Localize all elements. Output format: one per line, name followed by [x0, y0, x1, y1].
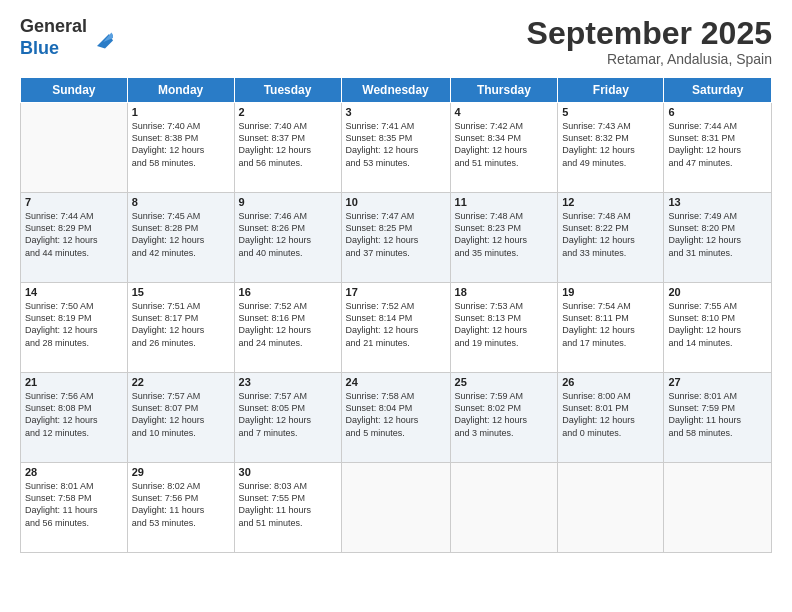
day-info: Sunrise: 7:45 AMSunset: 8:28 PMDaylight:… [132, 210, 230, 259]
day-number: 3 [346, 106, 446, 118]
day-info: Sunrise: 7:57 AMSunset: 8:05 PMDaylight:… [239, 390, 337, 439]
calendar-cell: 5Sunrise: 7:43 AMSunset: 8:32 PMDaylight… [558, 103, 664, 193]
day-info: Sunrise: 7:56 AMSunset: 8:08 PMDaylight:… [25, 390, 123, 439]
calendar-cell: 29Sunrise: 8:02 AMSunset: 7:56 PMDayligh… [127, 463, 234, 553]
calendar-cell: 12Sunrise: 7:48 AMSunset: 8:22 PMDayligh… [558, 193, 664, 283]
day-number: 28 [25, 466, 123, 478]
calendar-cell [558, 463, 664, 553]
calendar-cell [664, 463, 772, 553]
calendar-cell: 3Sunrise: 7:41 AMSunset: 8:35 PMDaylight… [341, 103, 450, 193]
weekday-header-thursday: Thursday [450, 78, 558, 103]
day-number: 20 [668, 286, 767, 298]
calendar-cell: 30Sunrise: 8:03 AMSunset: 7:55 PMDayligh… [234, 463, 341, 553]
weekday-header-monday: Monday [127, 78, 234, 103]
calendar-cell: 17Sunrise: 7:52 AMSunset: 8:14 PMDayligh… [341, 283, 450, 373]
day-info: Sunrise: 7:54 AMSunset: 8:11 PMDaylight:… [562, 300, 659, 349]
calendar-cell: 8Sunrise: 7:45 AMSunset: 8:28 PMDaylight… [127, 193, 234, 283]
day-number: 11 [455, 196, 554, 208]
day-info: Sunrise: 8:01 AMSunset: 7:58 PMDaylight:… [25, 480, 123, 529]
day-info: Sunrise: 7:42 AMSunset: 8:34 PMDaylight:… [455, 120, 554, 169]
calendar-cell: 21Sunrise: 7:56 AMSunset: 8:08 PMDayligh… [21, 373, 128, 463]
day-number: 19 [562, 286, 659, 298]
day-number: 8 [132, 196, 230, 208]
weekday-header-sunday: Sunday [21, 78, 128, 103]
calendar-cell: 1Sunrise: 7:40 AMSunset: 8:38 PMDaylight… [127, 103, 234, 193]
day-number: 29 [132, 466, 230, 478]
day-number: 22 [132, 376, 230, 388]
title-block: September 2025 Retamar, Andalusia, Spain [527, 16, 772, 67]
day-number: 16 [239, 286, 337, 298]
calendar-cell: 7Sunrise: 7:44 AMSunset: 8:29 PMDaylight… [21, 193, 128, 283]
page-header: General Blue September 2025 Retamar, And… [20, 16, 772, 67]
calendar-cell [341, 463, 450, 553]
calendar-cell: 23Sunrise: 7:57 AMSunset: 8:05 PMDayligh… [234, 373, 341, 463]
day-number: 25 [455, 376, 554, 388]
logo: General Blue [20, 16, 113, 59]
calendar-cell: 22Sunrise: 7:57 AMSunset: 8:07 PMDayligh… [127, 373, 234, 463]
day-info: Sunrise: 7:59 AMSunset: 8:02 PMDaylight:… [455, 390, 554, 439]
day-number: 5 [562, 106, 659, 118]
weekday-header-wednesday: Wednesday [341, 78, 450, 103]
day-number: 18 [455, 286, 554, 298]
calendar-cell [450, 463, 558, 553]
day-number: 17 [346, 286, 446, 298]
day-info: Sunrise: 7:47 AMSunset: 8:25 PMDaylight:… [346, 210, 446, 259]
calendar-cell: 20Sunrise: 7:55 AMSunset: 8:10 PMDayligh… [664, 283, 772, 373]
day-number: 4 [455, 106, 554, 118]
day-info: Sunrise: 7:44 AMSunset: 8:31 PMDaylight:… [668, 120, 767, 169]
weekday-header-tuesday: Tuesday [234, 78, 341, 103]
day-info: Sunrise: 7:46 AMSunset: 8:26 PMDaylight:… [239, 210, 337, 259]
day-number: 24 [346, 376, 446, 388]
day-info: Sunrise: 7:52 AMSunset: 8:16 PMDaylight:… [239, 300, 337, 349]
day-info: Sunrise: 7:48 AMSunset: 8:23 PMDaylight:… [455, 210, 554, 259]
day-number: 2 [239, 106, 337, 118]
day-number: 15 [132, 286, 230, 298]
day-info: Sunrise: 7:49 AMSunset: 8:20 PMDaylight:… [668, 210, 767, 259]
calendar-cell: 6Sunrise: 7:44 AMSunset: 8:31 PMDaylight… [664, 103, 772, 193]
calendar-cell: 24Sunrise: 7:58 AMSunset: 8:04 PMDayligh… [341, 373, 450, 463]
location-subtitle: Retamar, Andalusia, Spain [527, 51, 772, 67]
day-number: 6 [668, 106, 767, 118]
day-info: Sunrise: 7:58 AMSunset: 8:04 PMDaylight:… [346, 390, 446, 439]
day-info: Sunrise: 7:53 AMSunset: 8:13 PMDaylight:… [455, 300, 554, 349]
day-number: 21 [25, 376, 123, 388]
calendar-cell: 11Sunrise: 7:48 AMSunset: 8:23 PMDayligh… [450, 193, 558, 283]
calendar-cell: 9Sunrise: 7:46 AMSunset: 8:26 PMDaylight… [234, 193, 341, 283]
day-info: Sunrise: 7:50 AMSunset: 8:19 PMDaylight:… [25, 300, 123, 349]
month-title: September 2025 [527, 16, 772, 51]
day-number: 1 [132, 106, 230, 118]
day-number: 23 [239, 376, 337, 388]
day-info: Sunrise: 7:48 AMSunset: 8:22 PMDaylight:… [562, 210, 659, 259]
calendar-table: SundayMondayTuesdayWednesdayThursdayFrid… [20, 77, 772, 553]
day-number: 13 [668, 196, 767, 208]
day-number: 26 [562, 376, 659, 388]
day-info: Sunrise: 7:55 AMSunset: 8:10 PMDaylight:… [668, 300, 767, 349]
day-number: 27 [668, 376, 767, 388]
day-number: 30 [239, 466, 337, 478]
calendar-cell: 19Sunrise: 7:54 AMSunset: 8:11 PMDayligh… [558, 283, 664, 373]
day-number: 10 [346, 196, 446, 208]
day-info: Sunrise: 8:00 AMSunset: 8:01 PMDaylight:… [562, 390, 659, 439]
calendar-cell: 10Sunrise: 7:47 AMSunset: 8:25 PMDayligh… [341, 193, 450, 283]
calendar-cell: 27Sunrise: 8:01 AMSunset: 7:59 PMDayligh… [664, 373, 772, 463]
calendar-cell: 16Sunrise: 7:52 AMSunset: 8:16 PMDayligh… [234, 283, 341, 373]
day-info: Sunrise: 7:41 AMSunset: 8:35 PMDaylight:… [346, 120, 446, 169]
day-info: Sunrise: 7:57 AMSunset: 8:07 PMDaylight:… [132, 390, 230, 439]
day-number: 7 [25, 196, 123, 208]
calendar-cell: 28Sunrise: 8:01 AMSunset: 7:58 PMDayligh… [21, 463, 128, 553]
calendar-cell: 18Sunrise: 7:53 AMSunset: 8:13 PMDayligh… [450, 283, 558, 373]
day-info: Sunrise: 8:03 AMSunset: 7:55 PMDaylight:… [239, 480, 337, 529]
calendar-cell: 15Sunrise: 7:51 AMSunset: 8:17 PMDayligh… [127, 283, 234, 373]
weekday-header-saturday: Saturday [664, 78, 772, 103]
day-number: 9 [239, 196, 337, 208]
logo-icon [89, 26, 113, 50]
day-info: Sunrise: 8:01 AMSunset: 7:59 PMDaylight:… [668, 390, 767, 439]
calendar-cell: 25Sunrise: 7:59 AMSunset: 8:02 PMDayligh… [450, 373, 558, 463]
day-info: Sunrise: 7:52 AMSunset: 8:14 PMDaylight:… [346, 300, 446, 349]
logo-blue: Blue [20, 38, 87, 60]
calendar-cell: 14Sunrise: 7:50 AMSunset: 8:19 PMDayligh… [21, 283, 128, 373]
weekday-header-friday: Friday [558, 78, 664, 103]
day-info: Sunrise: 7:43 AMSunset: 8:32 PMDaylight:… [562, 120, 659, 169]
calendar-cell: 2Sunrise: 7:40 AMSunset: 8:37 PMDaylight… [234, 103, 341, 193]
day-number: 12 [562, 196, 659, 208]
